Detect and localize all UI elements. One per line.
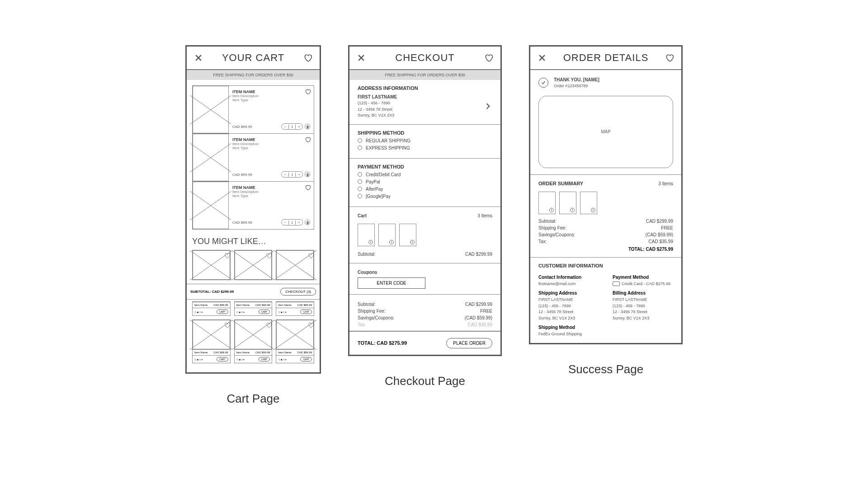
info-icon[interactable]: i [549,208,554,212]
info-icon[interactable]: i [410,240,415,244]
ship-city: Surrey, BC V1X 2X3 [538,315,599,322]
recommendation-card[interactable]: ♡ Item NameCAD $99.99 ○●○•CART [192,319,231,363]
item-type: Item Type [232,194,310,198]
trash-icon[interactable]: 🗑 [305,220,310,225]
radio-google-pay[interactable]: [Google]Pay [358,194,492,199]
quantity-stepper[interactable]: − 1 + [281,123,303,130]
heart-icon[interactable]: ♡ [266,252,270,256]
close-icon[interactable] [194,53,203,62]
shipping-method-section: SHIPPING METHOD REGULAR SHIPPING EXPRESS… [349,125,500,159]
heart-icon[interactable] [303,53,312,62]
tax-label: Tax: [358,322,366,327]
recommendation-card[interactable]: ♡ Item NameCAD $99.99 ○●○•CART [276,319,314,363]
savings-label: Savings/Coupons: [358,315,394,320]
close-icon[interactable] [357,53,366,62]
cart-thumb[interactable]: i [378,224,396,246]
qty-value: 1 [288,173,296,177]
shipping-fee-label: Shipping Fee: [358,309,386,314]
customer-city: Surrey, BC V1X 2X3 [358,113,397,119]
quantity-stepper[interactable]: − 1 + [281,171,303,178]
bill-street: 12 - 3456 78 Street [613,309,673,315]
credit-card-icon [613,282,620,286]
cart-thumb[interactable]: i [358,224,375,246]
cart-btn[interactable]: CART [300,310,312,314]
heart-icon[interactable] [305,89,311,95]
swatches-icon: ○●○• [236,310,245,314]
cart-thumb[interactable]: i [399,224,416,246]
cart-btn[interactable]: CART [259,310,270,314]
rec-name: Item Name [236,351,250,354]
heart-icon[interactable]: ♡ [308,252,312,256]
order-thumb[interactable]: i [559,192,576,214]
heart-icon[interactable] [665,53,674,62]
cart-frame: YOUR CART FREE SHIPPING FOR ORDERS OVER … [185,45,321,374]
rec-price: CAD $99.99 [297,304,312,306]
radio-express-shipping[interactable]: EXPRESS SHIPPING [358,145,492,150]
trash-icon[interactable]: 🗑 [305,172,310,177]
quantity-stepper[interactable]: − 1 + [281,219,303,225]
order-thumb[interactable]: i [580,192,597,214]
rec-image-placeholder: ♡ [276,250,314,280]
order-thumb[interactable]: i [538,192,556,214]
minus-icon[interactable]: − [282,221,288,225]
heart-icon[interactable] [305,184,311,191]
radio-credit-card[interactable]: Credit/Debit Card [358,172,492,177]
heart-icon[interactable] [305,136,311,143]
coupon-code-input[interactable]: ENTER CODE [358,277,425,289]
cart-btn[interactable]: CART [217,357,228,361]
cart-btn[interactable]: CART [217,310,228,314]
minus-icon[interactable]: − [282,173,288,177]
item-desc: Item Description [232,94,310,98]
checkout-button[interactable]: CHECKOUT (3) [280,288,316,296]
close-icon[interactable] [538,53,547,62]
recommendation-card[interactable]: Item NameCAD $99.99 ○●○•CART [234,301,273,316]
plus-icon[interactable]: + [296,173,302,177]
shipping-method-heading: Shipping Method [538,325,599,330]
info-icon[interactable]: i [591,208,595,212]
recommendation-card[interactable]: ♡ Item NameCAD $99.99 ○●○•CART [234,319,273,363]
shipping-fee-label: Shipping Fee: [538,225,566,230]
radio-afterpay[interactable]: AfterPay [358,187,492,192]
cart-btn[interactable]: CART [259,357,270,361]
radio-icon [358,194,362,198]
cart-btn[interactable]: CART [300,357,312,361]
info-icon[interactable]: i [368,240,373,244]
savings-value: (CAD $59.99) [646,232,673,237]
heart-icon[interactable]: ♡ [224,252,229,256]
item-price: CAD $99.99 [232,221,252,225]
heart-icon[interactable]: ♡ [308,321,312,326]
cart-item: ITEM NAME Item Description Item Type CAD… [193,134,314,182]
radio-paypal[interactable]: PayPal [358,179,492,184]
info-icon[interactable]: i [570,208,575,212]
plus-icon[interactable]: + [296,221,302,225]
plus-icon[interactable]: + [296,125,302,129]
recommendation-card[interactable]: ♡ [276,250,314,280]
place-order-button[interactable]: PLACE ORDER [446,338,492,348]
customer-email: firstname@mail.com [538,281,599,287]
info-icon[interactable]: i [389,240,394,244]
rec-price: CAD $99.99 [213,304,228,306]
radio-icon [358,138,362,143]
coupons-heading: Coupons [358,269,492,276]
trash-icon[interactable]: 🗑 [305,124,310,129]
item-price: CAD $99.99 [232,125,252,129]
recommendation-card[interactable]: Item NameCAD $99.99 ○●○•CART [192,301,231,316]
heart-icon[interactable]: ♡ [224,321,229,326]
heart-icon[interactable] [484,53,493,62]
heart-icon[interactable]: ♡ [266,321,270,326]
shipping-heading: SHIPPING METHOD [358,130,492,136]
minus-icon[interactable]: − [282,125,288,129]
items-count: 3 Items [477,212,492,219]
chevron-right-icon[interactable] [483,102,492,111]
map-placeholder[interactable]: MAP [538,96,673,168]
checkout-header: CHECKOUT [349,47,500,70]
recommendation-card[interactable]: ♡ [234,250,273,280]
cart-summary-heading: Cart [358,212,367,219]
checkout-frame: CHECKOUT FREE SHIPPING FOR ORDERS OVER $… [348,45,502,356]
radio-regular-shipping[interactable]: REGULAR SHIPPING [358,138,492,143]
rec-image-placeholder: ♡ [193,250,230,280]
tax-label: Tax: [538,239,547,244]
bill-name: FIRST LASTNAME [613,297,673,303]
recommendation-card[interactable]: ♡ [192,250,231,280]
recommendation-card[interactable]: Item NameCAD $99.99 ○●○•CART [276,301,314,316]
